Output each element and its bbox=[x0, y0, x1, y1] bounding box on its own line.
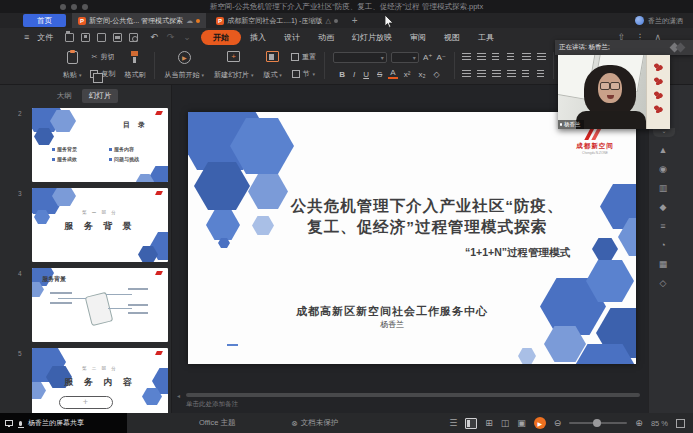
columns-icon[interactable] bbox=[537, 70, 546, 78]
distribute-icon[interactable] bbox=[522, 70, 531, 78]
panel-icon-6[interactable]: ◔ bbox=[660, 240, 665, 250]
tab-insert[interactable]: 插入 bbox=[241, 30, 275, 45]
slide-thumbnail-4[interactable]: 服务背景 bbox=[32, 268, 168, 342]
panel-icon-7[interactable]: ▦ bbox=[659, 259, 668, 269]
strikethrough-button[interactable]: S bbox=[375, 70, 384, 79]
new-tab-button[interactable]: + bbox=[352, 15, 358, 26]
notes-toggle-icon[interactable]: ☰ bbox=[449, 418, 457, 428]
section-button[interactable]: 节 ▾ bbox=[288, 68, 320, 80]
zoom-out-icon[interactable]: ⊖ bbox=[554, 418, 562, 428]
justify-icon[interactable] bbox=[507, 70, 516, 78]
fullscreen-icon[interactable] bbox=[676, 419, 685, 428]
zoom-slider-handle[interactable] bbox=[593, 419, 601, 427]
indent-increase-icon[interactable] bbox=[507, 53, 516, 61]
protection-status[interactable]: ⊗ 文档未保护 bbox=[292, 418, 339, 428]
normal-view-icon[interactable] bbox=[465, 418, 477, 429]
undo-icon[interactable]: ↶ bbox=[150, 32, 158, 42]
panel-icon-4[interactable]: ◆ bbox=[660, 202, 667, 212]
slide-title[interactable]: 公共危机管理下介入产业社区“防疫、 复工、促经济”过程管理模式探索 bbox=[248, 195, 606, 237]
text-direction-icon[interactable] bbox=[537, 53, 546, 61]
paste-button[interactable]: 粘贴 ▾ bbox=[58, 49, 86, 82]
numbering-icon[interactable] bbox=[477, 53, 486, 61]
zoom-slider[interactable] bbox=[569, 422, 627, 424]
presenter-view-icon[interactable]: ▣ bbox=[517, 418, 526, 428]
cut-button[interactable]: ✂剪切 bbox=[88, 51, 119, 63]
hexagon-decoration bbox=[206, 210, 240, 240]
font-color-button[interactable]: A bbox=[388, 69, 397, 79]
slide-subtitle[interactable]: “1+1+N”过程管理模式 bbox=[465, 246, 570, 260]
participant-video[interactable]: 杨香兰 bbox=[558, 55, 670, 129]
account-chip[interactable]: 香兰的潇洒 bbox=[635, 16, 683, 26]
home-button[interactable]: 首页 bbox=[23, 14, 66, 27]
underline-button[interactable]: U bbox=[361, 70, 371, 79]
slide-organization[interactable]: 成都高新区新空间社会工作服务中心 bbox=[188, 304, 596, 319]
theme-label[interactable]: Office 主题 bbox=[199, 418, 236, 428]
slide-thumbnail-2[interactable]: 目 录 服务背景 服务内容 服务成效 问题与挑战 bbox=[32, 108, 168, 182]
zoom-level[interactable]: 85 % bbox=[651, 419, 668, 428]
slide-sorter-icon[interactable]: ⊞ bbox=[485, 418, 493, 428]
thumbnail-list: 2 目 录 服务背景 服务内容 服务成效 问题与挑战 bbox=[0, 85, 171, 395]
layout-button[interactable]: 版式 ▾ bbox=[258, 49, 286, 82]
tab-home[interactable]: 开始 bbox=[201, 30, 241, 45]
slide-thumbnail-3[interactable]: 第 一 部 分 服 务 背 景 bbox=[32, 188, 168, 262]
panel-icon-3[interactable]: ▥ bbox=[659, 183, 668, 193]
redo-icon[interactable]: ↷ bbox=[167, 32, 175, 42]
document-tab-current[interactable]: P 新空间-公共危... 管理模式探索 ☁ bbox=[72, 13, 206, 28]
preview-icon[interactable] bbox=[129, 33, 138, 42]
history-dropdown-icon[interactable]: ⌄ bbox=[183, 32, 191, 42]
font-family-select[interactable] bbox=[333, 52, 387, 63]
screen-share-badge[interactable]: 杨香兰的屏幕共享 bbox=[0, 413, 127, 433]
file-menu[interactable]: 文件 bbox=[37, 32, 53, 43]
panel-icon-2[interactable]: ◉ bbox=[659, 164, 667, 174]
slide-author[interactable]: 杨香兰 bbox=[188, 319, 596, 330]
add-slide-button[interactable]: + bbox=[59, 396, 113, 409]
export-icon[interactable] bbox=[97, 33, 106, 42]
align-right-icon[interactable] bbox=[492, 70, 501, 78]
reset-button[interactable]: 重置 bbox=[287, 51, 320, 63]
italic-button[interactable]: I bbox=[351, 70, 357, 79]
font-size-select[interactable] bbox=[391, 52, 419, 63]
tab-animation[interactable]: 动画 bbox=[309, 30, 343, 45]
superscript-button[interactable]: x² bbox=[402, 70, 413, 79]
save-icon[interactable] bbox=[81, 33, 90, 42]
decrease-font-button[interactable]: A⁻ bbox=[436, 53, 446, 62]
tab-view[interactable]: 视图 bbox=[435, 30, 469, 45]
horizontal-scrollbar[interactable] bbox=[186, 393, 640, 397]
tab-design[interactable]: 设计 bbox=[275, 30, 309, 45]
reading-view-icon[interactable]: ◫ bbox=[501, 418, 510, 428]
notes-placeholder[interactable]: 单击此处添加备注 bbox=[186, 400, 238, 409]
panel-icon-8[interactable]: ◇ bbox=[660, 278, 667, 288]
indent-decrease-icon[interactable] bbox=[492, 53, 501, 61]
document-tab-other[interactable]: P 成都新空间社会工....1) -压缩版 △ bbox=[210, 13, 344, 28]
scroll-left-icon[interactable]: ◂ bbox=[177, 392, 180, 399]
tab-review[interactable]: 审阅 bbox=[401, 30, 435, 45]
play-slideshow-button[interactable]: ▶ bbox=[534, 417, 546, 429]
copy-button[interactable]: 复制 bbox=[86, 68, 119, 80]
slide-canvas[interactable]: 成都新空间 Chengdu N-ZONE 公共危机管理下介入产业社区“防疫、 复… bbox=[172, 85, 648, 413]
align-center-icon[interactable] bbox=[477, 70, 486, 78]
new-slide-button[interactable]: + 新建幻灯片 ▾ bbox=[209, 49, 258, 82]
subscript-button[interactable]: x₂ bbox=[416, 70, 427, 79]
chevron-down-icon[interactable]: ⌄ bbox=[653, 128, 675, 137]
bold-button[interactable]: B bbox=[337, 70, 347, 79]
play-from-current-button[interactable]: ▶ 从当前开始 ▾ bbox=[159, 49, 208, 82]
panel-icon-1[interactable]: ▲ bbox=[659, 145, 668, 155]
mic-icon bbox=[560, 123, 562, 126]
align-left-icon[interactable] bbox=[462, 70, 471, 78]
mic-icon bbox=[19, 421, 22, 426]
thumb-title: 服 务 内 容 bbox=[32, 376, 168, 389]
line-spacing-icon[interactable] bbox=[522, 53, 531, 61]
clear-format-icon[interactable]: ◇ bbox=[431, 70, 441, 79]
format-painter-button[interactable]: 格式刷 bbox=[119, 49, 150, 82]
tab-tools[interactable]: 工具 bbox=[469, 30, 503, 45]
print-icon[interactable] bbox=[113, 33, 122, 42]
call-header[interactable]: 正在讲话: 杨香兰; bbox=[555, 40, 693, 55]
bullets-icon[interactable] bbox=[462, 53, 471, 61]
hamburger-icon[interactable]: ≡ bbox=[24, 32, 29, 42]
open-icon[interactable] bbox=[65, 33, 74, 42]
account-name: 香兰的潇洒 bbox=[648, 16, 683, 26]
increase-font-button[interactable]: A⁺ bbox=[423, 53, 433, 62]
slide-editor[interactable]: 成都新空间 Chengdu N-ZONE 公共危机管理下介入产业社区“防疫、 复… bbox=[188, 112, 636, 364]
panel-icon-5[interactable]: ≡ bbox=[660, 221, 665, 231]
zoom-in-icon[interactable]: ⊕ bbox=[635, 418, 643, 428]
